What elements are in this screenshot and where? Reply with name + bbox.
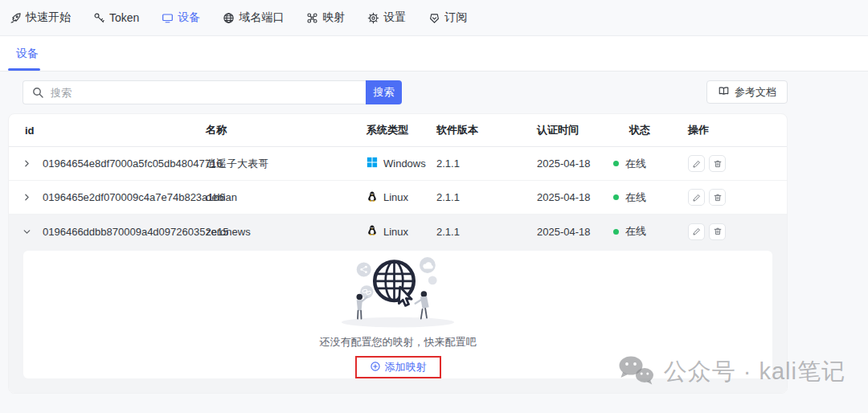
tab-devices[interactable]: 设备 xyxy=(8,36,47,71)
reference-docs-button[interactable]: 参考文档 xyxy=(706,80,788,104)
top-navbar: 快速开始 Token 设备 域名端口 映射 设置 订阅 xyxy=(0,0,868,36)
online-status-dot xyxy=(613,229,619,235)
nav-item-label: 设置 xyxy=(383,10,406,25)
row-actions xyxy=(688,189,774,206)
device-os-cell: Linux xyxy=(366,190,436,205)
column-header-auth-time: 认证时间 xyxy=(537,123,613,137)
reference-docs-label: 参考文档 xyxy=(735,85,776,100)
device-version: 2.1.1 xyxy=(436,226,537,238)
book-icon xyxy=(718,85,730,100)
status-label: 在线 xyxy=(625,190,646,205)
nav-item-domain-ports[interactable]: 域名端口 xyxy=(223,10,284,25)
search-bar: 搜索 xyxy=(23,80,402,104)
row-actions xyxy=(688,223,774,240)
column-header-id: id xyxy=(22,125,206,137)
online-status-dot xyxy=(613,161,619,166)
windows-icon xyxy=(366,157,378,170)
nav-item-subscription[interactable]: 订阅 xyxy=(428,10,467,25)
linux-icon xyxy=(366,224,378,239)
tab-label: 设备 xyxy=(16,47,39,61)
device-version: 2.1.1 xyxy=(436,157,537,170)
nav-item-settings[interactable]: 设置 xyxy=(367,10,406,25)
chevron-right-icon[interactable] xyxy=(22,158,43,169)
device-name: zeronews xyxy=(206,226,366,238)
red-annotation-box: 添加映射 xyxy=(355,356,441,378)
tab-active-underline xyxy=(8,68,40,71)
nav-item-label: 订阅 xyxy=(444,10,467,25)
nav-item-mapping[interactable]: 映射 xyxy=(306,10,345,25)
delete-button[interactable] xyxy=(709,189,726,206)
linux-icon xyxy=(366,190,378,205)
rocket-icon xyxy=(10,12,22,24)
empty-state-message: 还没有配置您的映射，快来配置吧 xyxy=(320,335,477,350)
online-status-dot xyxy=(613,194,619,200)
subscription-badge-icon xyxy=(428,12,440,24)
nav-item-label: 快速开始 xyxy=(26,10,71,25)
device-status: 在线 xyxy=(613,157,688,171)
device-os-label: Windows xyxy=(383,157,426,170)
edit-button[interactable] xyxy=(688,223,705,240)
device-id: 0196465e2df070009c4a7e74b823a1b6 xyxy=(43,191,206,203)
row-actions xyxy=(688,155,774,172)
status-label: 在线 xyxy=(625,157,646,171)
edit-button[interactable] xyxy=(688,189,705,206)
device-os-cell: Linux xyxy=(366,224,436,239)
key-icon xyxy=(93,12,105,24)
add-mapping-label: 添加映射 xyxy=(385,360,427,374)
nav-item-quick-start[interactable]: 快速开始 xyxy=(10,10,71,25)
add-mapping-button[interactable]: 添加映射 xyxy=(357,358,440,377)
page: 快速开始 Token 设备 域名端口 映射 设置 订阅 设备 xyxy=(0,0,868,413)
nav-item-label: 映射 xyxy=(322,10,345,25)
status-label: 在线 xyxy=(625,224,646,239)
search-icon xyxy=(31,86,44,102)
gear-icon xyxy=(367,12,379,24)
column-header-system: 系统类型 xyxy=(366,123,436,137)
device-os-cell: Windows xyxy=(366,157,436,170)
nav-item-token[interactable]: Token xyxy=(93,11,139,24)
device-name: 逍遥子大表哥 xyxy=(206,157,366,171)
plus-circle-icon xyxy=(370,361,381,374)
devices-table: id 名称 系统类型 软件版本 认证时间 状态 操作 01964654e8df7… xyxy=(8,113,788,394)
column-header-name: 名称 xyxy=(206,123,366,137)
device-os-label: Linux xyxy=(383,191,408,203)
monitor-icon xyxy=(162,12,174,24)
column-header-version: 软件版本 xyxy=(436,123,537,137)
table-row[interactable]: 0196466ddbb870009a4d097260352e15 zeronew… xyxy=(9,215,787,248)
device-os-label: Linux xyxy=(383,226,408,238)
device-auth-time: 2025-04-18 xyxy=(537,226,613,238)
nav-item-label: Token xyxy=(109,11,139,24)
column-header-status: 状态 xyxy=(613,123,688,137)
mapping-nodes-icon xyxy=(306,12,318,24)
nav-item-label: 设备 xyxy=(178,10,200,25)
nav-item-devices[interactable]: 设备 xyxy=(162,10,200,25)
chevron-down-icon[interactable] xyxy=(22,227,43,237)
chevron-right-icon[interactable] xyxy=(22,192,43,202)
expanded-row-panel: 还没有配置您的映射，快来配置吧 添加映射 xyxy=(9,248,787,394)
search-input[interactable] xyxy=(23,80,366,104)
device-id: 01964654e8df7000a5fc05db48047716 xyxy=(43,157,206,170)
device-auth-time: 2025-04-18 xyxy=(537,191,613,203)
delete-button[interactable] xyxy=(709,155,726,172)
tab-bar: 设备 xyxy=(0,36,868,72)
table-row[interactable]: 01964654e8df7000a5fc05db48047716 逍遥子大表哥 … xyxy=(9,147,787,181)
edit-button[interactable] xyxy=(688,155,705,172)
device-status: 在线 xyxy=(613,224,688,239)
column-header-actions: 操作 xyxy=(688,123,774,137)
delete-button[interactable] xyxy=(709,223,726,240)
device-auth-time: 2025-04-18 xyxy=(537,157,613,170)
table-header-row: id 名称 系统类型 软件版本 认证时间 状态 操作 xyxy=(9,114,787,147)
nav-item-label: 域名端口 xyxy=(239,10,284,25)
device-status: 在线 xyxy=(613,190,688,205)
globe-icon xyxy=(223,12,235,24)
empty-state-illustration xyxy=(313,251,482,330)
device-name: debian xyxy=(206,191,366,203)
device-version: 2.1.1 xyxy=(436,191,537,203)
search-button[interactable]: 搜索 xyxy=(366,80,402,104)
empty-mappings-card: 还没有配置您的映射，快来配置吧 添加映射 xyxy=(23,251,772,378)
device-id: 0196466ddbb870009a4d097260352e15 xyxy=(43,226,206,238)
table-row[interactable]: 0196465e2df070009c4a7e74b823a1b6 debian … xyxy=(9,181,787,215)
